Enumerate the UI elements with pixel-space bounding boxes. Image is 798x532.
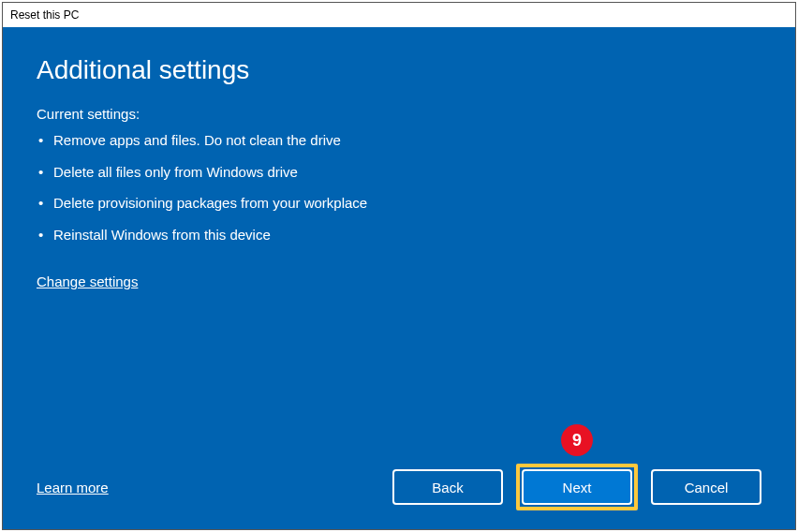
settings-list: Remove apps and files. Do not clean the … — [37, 131, 761, 257]
window-titlebar: Reset this PC — [3, 3, 795, 27]
button-group: Back 9 Next Cancel — [392, 469, 761, 505]
setting-item: Remove apps and files. Do not clean the … — [53, 131, 761, 150]
content-area: Additional settings Current settings: Re… — [3, 27, 795, 529]
next-button[interactable]: Next — [522, 469, 632, 505]
setting-item: Reinstall Windows from this device — [53, 226, 761, 244]
cancel-button-wrap: Cancel — [651, 469, 761, 505]
window-title: Reset this PC — [10, 8, 79, 22]
setting-item: Delete provisioning packages from your w… — [53, 194, 761, 213]
learn-more-link[interactable]: Learn more — [37, 480, 109, 495]
next-button-highlight: 9 Next — [516, 464, 638, 510]
cancel-button[interactable]: Cancel — [651, 469, 761, 505]
back-button-wrap: Back — [392, 469, 503, 505]
step-badge: 9 — [561, 424, 593, 456]
back-button[interactable]: Back — [392, 469, 503, 505]
reset-pc-window: Reset this PC Additional settings Curren… — [2, 2, 796, 530]
footer: Learn more Back 9 Next Cancel — [37, 469, 761, 505]
page-heading: Additional settings — [37, 55, 761, 85]
current-settings-label: Current settings: — [37, 106, 761, 122]
setting-item: Delete all files only from Windows drive — [53, 163, 761, 182]
change-settings-link[interactable]: Change settings — [37, 273, 761, 289]
